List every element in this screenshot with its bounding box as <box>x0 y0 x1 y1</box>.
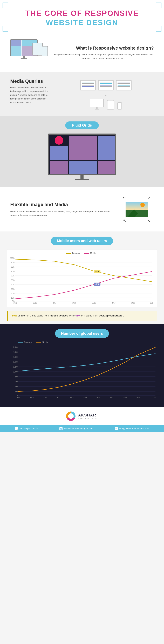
mobile-chart-legend: Desktop Mobile <box>9 252 153 254</box>
svg-text:2017: 2017 <box>112 302 116 304</box>
svg-text:2019: 2019 <box>150 302 153 304</box>
header-section: THE CORE OF RESPONSIVE WEBSITE DESIGN <box>0 0 164 34</box>
landscape-image <box>126 202 148 217</box>
big-monitor-container <box>10 134 154 180</box>
svg-text:60%: 60% <box>11 275 15 277</box>
svg-text:20%: 20% <box>11 292 15 294</box>
svg-text:2018: 2018 <box>131 302 135 304</box>
svg-text:2,000: 2,000 <box>13 346 18 348</box>
svg-text:2015: 2015 <box>72 302 76 304</box>
flexible-image-section: Flexible Image and Media With a maximum … <box>0 187 164 232</box>
svg-text:1,400: 1,400 <box>13 361 18 363</box>
svg-text:1,200: 1,200 <box>13 366 18 368</box>
legend-global-desktop: Desktop <box>18 341 32 344</box>
mq-phone <box>117 102 122 110</box>
svg-text:2012: 2012 <box>56 397 60 399</box>
footer-brand: AKSHAR TECHNOLOGIES <box>78 413 98 419</box>
svg-text:10%: 10% <box>11 297 15 299</box>
svg-text:55%: 55% <box>95 270 99 272</box>
svg-text:1,000: 1,000 <box>13 371 18 373</box>
responsive-text: What is Responsive website design? Respo… <box>53 46 154 60</box>
stat-mobile-devices: mobile devices <box>50 314 68 317</box>
media-queries-text: Media Queries Media Queries describe a w… <box>10 78 51 104</box>
footer-brand-sub: TECHNOLOGIES <box>78 418 98 419</box>
svg-text:2015: 2015 <box>96 397 100 399</box>
global-users-title: Number of global users <box>55 329 109 338</box>
legend-mobile: Mobile <box>84 252 96 254</box>
svg-text:2014: 2014 <box>83 397 87 399</box>
svg-text:1,600: 1,600 <box>13 356 18 358</box>
arrow-br-icon: ↗ <box>147 219 151 222</box>
svg-text:200: 200 <box>15 391 18 392</box>
mobile-chart-svg: 100% 90% 80% 70% 60% 50% 40% 30% 20% 10%… <box>9 256 153 304</box>
legend-desktop: Desktop <box>66 252 80 254</box>
mq-monitor <box>90 98 104 110</box>
svg-text:2016: 2016 <box>92 302 96 304</box>
svg-text:100%: 100% <box>10 257 15 259</box>
svg-text:0: 0 <box>17 395 18 397</box>
responsive-title: What is Responsive website design? <box>53 46 154 51</box>
svg-text:90%: 90% <box>11 262 15 264</box>
global-chart-svg: 2,000 1,800 1,600 1,400 1,200 1,000 800 … <box>9 345 156 400</box>
svg-text:45%: 45% <box>95 283 99 285</box>
big-monitor <box>48 134 116 180</box>
flexible-title: Flexible Image and Media <box>10 202 113 208</box>
footer-logo-section: AKSHAR TECHNOLOGIES <box>0 407 164 425</box>
svg-text:50%: 50% <box>11 279 15 281</box>
stat-box: 55% of internet traffic came from mobile… <box>7 311 157 321</box>
fluid-grids-label: Fluid Grids <box>65 122 99 129</box>
legend-global-mobile: Mobile <box>36 341 48 344</box>
mq-tablet <box>107 100 114 110</box>
media-queries-diagram: ↓ <box>58 78 154 110</box>
responsive-description: Responsive website design refers to a we… <box>53 53 154 60</box>
svg-text:2019: 2019 <box>153 397 156 399</box>
svg-text:30%: 30% <box>11 288 15 290</box>
stat-45: 45% <box>75 314 80 317</box>
mobile-users-title: Mobile users and web users <box>51 236 113 245</box>
footer-logo <box>66 412 75 421</box>
svg-text:2009: 2009 <box>16 397 20 399</box>
svg-text:400: 400 <box>15 386 18 388</box>
svg-text:2013: 2013 <box>33 302 37 304</box>
email-icon: ✉ <box>115 427 118 430</box>
page-title: THE CORE OF RESPONSIVE WEBSITE DESIGN <box>14 8 150 27</box>
footer-brand-name: AKSHAR <box>78 413 98 418</box>
svg-text:2016: 2016 <box>110 397 114 399</box>
fluid-grids-section: Fluid Grids <box>0 116 164 187</box>
media-queries-title: Media Queries <box>10 78 51 84</box>
mobile-users-section: Mobile users and web users Desktop Mobil… <box>0 232 164 324</box>
svg-text:2017: 2017 <box>123 397 127 399</box>
bracket-tl <box>3 2 8 8</box>
svg-text:2011: 2011 <box>43 397 47 399</box>
responsive-section: What is Responsive website design? Respo… <box>0 34 164 72</box>
stat-55: 55% <box>12 314 17 317</box>
svg-text:80%: 80% <box>11 266 15 268</box>
device-mockup <box>10 39 48 66</box>
website-icon: 🌐 <box>59 427 62 430</box>
global-users-section: Number of global users Desktop Mobile 2,… <box>0 324 164 407</box>
footer-email[interactable]: ✉ info@akshartechnologies.com <box>115 427 149 430</box>
bracket-br <box>156 26 161 32</box>
footer-phone[interactable]: 📞 +1 (305) 600-5337 <box>15 427 38 430</box>
bracket-bl <box>3 26 8 32</box>
flexible-image-container: ↗ ↗ ↗ ↗ <box>120 194 154 225</box>
flexible-text: Flexible Image and Media With a maximum … <box>10 202 113 217</box>
arrow-bl-icon: ↗ <box>122 219 127 222</box>
arrow-tr-icon: ↗ <box>147 196 150 200</box>
svg-text:70%: 70% <box>11 270 15 272</box>
arrow-tl-icon: ↗ <box>122 195 127 200</box>
bracket-tr <box>156 2 161 8</box>
svg-text:40%: 40% <box>11 284 15 286</box>
phone-device <box>42 46 48 56</box>
svg-text:2018: 2018 <box>136 397 140 399</box>
global-chart-legend: Desktop Mobile <box>7 341 157 344</box>
svg-text:1,800: 1,800 <box>13 351 18 353</box>
svg-text:600: 600 <box>15 381 18 383</box>
svg-text:2014: 2014 <box>53 302 57 304</box>
mobile-chart-container: Desktop Mobile 100% 90% 80% 70% 60% 50% … <box>7 249 157 307</box>
svg-text:2013: 2013 <box>70 397 74 399</box>
svg-text:2012: 2012 <box>14 302 17 304</box>
svg-text:800: 800 <box>15 376 18 378</box>
footer-website[interactable]: 🌐 www.akshartechnologies.com <box>59 427 93 430</box>
media-queries-section: Media Queries Media Queries describe a w… <box>0 72 164 116</box>
